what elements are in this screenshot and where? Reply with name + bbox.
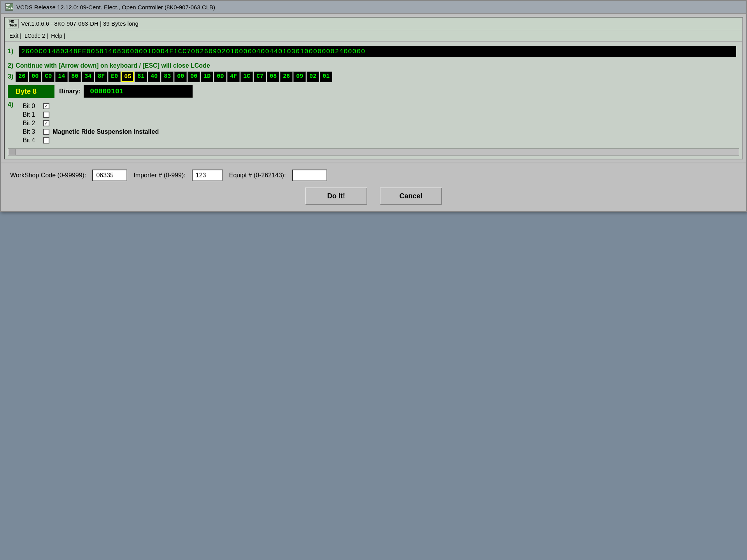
byte-binary-row: Byte 8 Binary: 00000101 [8,85,739,98]
bits-list: Bit 0Bit 1Bit 2Bit 3Magnetic Ride Suspen… [16,101,159,145]
equip-input[interactable] [292,170,327,181]
bit-row-1: Bit 1 [16,111,159,118]
bit-label-3: Bit 3 [23,128,40,135]
hex-cell-17[interactable]: 1C [240,72,253,82]
hex-cell-18[interactable]: C7 [254,72,266,82]
hex-cell-16[interactable]: 4F [227,72,240,82]
hex-cell-3[interactable]: 14 [55,72,68,82]
hex-cell-9[interactable]: 81 [135,72,147,82]
section2: 2) Continue with [Arrow down] on keyboar… [8,61,739,70]
workshop-code-label: WorkShop Code (0-99999): [10,172,86,179]
hex-cell-21[interactable]: 09 [293,72,306,82]
section3: 3) 2600C01480348FE00581408300001D0D4F1CC… [8,72,739,82]
hex-cell-11[interactable]: 83 [161,72,174,82]
version-bar: NETech Ver.1.0.6.6 - 8K0-907-063-DH | 39… [5,18,742,30]
workshop-code-input[interactable] [92,170,127,181]
section2-label: 2) [8,62,13,69]
bit-label-0: Bit 0 [23,103,40,110]
bit-row-0: Bit 0 [16,103,159,110]
hex-cell-14[interactable]: 1D [201,72,213,82]
bit-description-3: Magnetic Ride Suspension installed [53,128,159,135]
version-text: Ver.1.0.6.6 - 8K0-907-063-DH | 39 Bytes … [21,20,139,27]
cancel-button[interactable]: Cancel [380,187,442,205]
byte-label: Byte 8 [8,85,54,98]
menu-exit[interactable]: Exit | [8,32,23,40]
menu-lcode2[interactable]: LCode 2 | [23,32,49,40]
main-content: NETech Ver.1.0.6.6 - 8K0-907-063-DH | 39… [4,17,743,159]
section4-label: 4) [8,101,13,108]
bit-label-4: Bit 4 [23,137,40,144]
menu-bar: Exit | LCode 2 | Help | [5,30,742,42]
bit-checkbox-3[interactable] [43,129,49,135]
do-it-button[interactable]: Do It! [305,187,367,205]
bit-checkbox-0[interactable] [43,103,49,109]
hex-cell-0[interactable]: 26 [16,72,28,82]
hex-cell-13[interactable]: 00 [188,72,200,82]
importer-label: Importer # (0-999): [133,172,185,179]
hex-cell-8[interactable]: 05 [121,72,134,82]
scrollbar-thumb[interactable] [8,149,16,155]
hex-cell-15[interactable]: 0D [214,72,226,82]
hex-cell-4[interactable]: 80 [68,72,81,82]
ne-tech-badge: NETech [8,19,19,28]
bit-checkbox-4[interactable] [43,137,49,144]
bit-label-2: Bit 2 [23,120,40,127]
bit-row-4: Bit 4 [16,137,159,144]
bit-row-2: Bit 2 [16,120,159,127]
section2-text: Continue with [Arrow down] on keyboard /… [16,62,210,69]
bit-row-3: Bit 3Magnetic Ride Suspension installed [16,128,159,135]
hex-cell-23[interactable]: 01 [320,72,332,82]
bit-label-1: Bit 1 [23,111,40,118]
title-bar-text: VCDS Release 12.12.0: 09-Cent. Elect., O… [16,4,215,10]
hex-cell-12[interactable]: 00 [174,72,187,82]
scrollbar[interactable] [8,149,739,156]
binary-label: Binary: [59,88,81,95]
section1-hex-data: 2600C01480348FE005814083000001D0D4F1CC70… [21,48,365,55]
hex-cell-2[interactable]: C0 [42,72,54,82]
section1-hex-display: 2600C01480348FE005814083000001D0D4F1CC70… [19,46,736,57]
app-icon: NETech [5,3,13,11]
section1-label: 1) [8,48,13,55]
hex-cells: 2600C01480348FE00581408300001D0D4F1CC708… [16,72,332,82]
bottom-panel: WorkShop Code (0-99999): Importer # (0-9… [1,163,746,211]
binary-section: Binary: 00000101 [59,85,193,98]
hex-cell-5[interactable]: 34 [82,72,94,82]
main-window: NETech VCDS Release 12.12.0: 09-Cent. El… [0,0,747,212]
hex-cell-22[interactable]: 02 [307,72,319,82]
bottom-fields: WorkShop Code (0-99999): Importer # (0-9… [10,170,737,181]
section4: 4) Bit 0Bit 1Bit 2Bit 3Magnetic Ride Sus… [8,101,739,145]
bit-checkbox-2[interactable] [43,120,49,126]
section3-label: 3) [8,73,13,80]
hex-cell-6[interactable]: 8F [95,72,107,82]
menu-help[interactable]: Help | [49,32,67,40]
hex-cell-1[interactable]: 00 [29,72,41,82]
button-row: Do It! Cancel [10,187,737,205]
hex-cell-19[interactable]: 08 [267,72,279,82]
importer-input[interactable] [192,170,223,181]
equip-label: Equipt # (0-262143): [229,172,286,179]
hex-cell-7[interactable]: E0 [108,72,121,82]
hex-cell-10[interactable]: 40 [148,72,160,82]
bit-checkbox-1[interactable] [43,112,49,118]
title-bar: NETech VCDS Release 12.12.0: 09-Cent. El… [1,1,746,14]
hex-cell-20[interactable]: 26 [280,72,293,82]
binary-value: 00000101 [84,85,193,98]
